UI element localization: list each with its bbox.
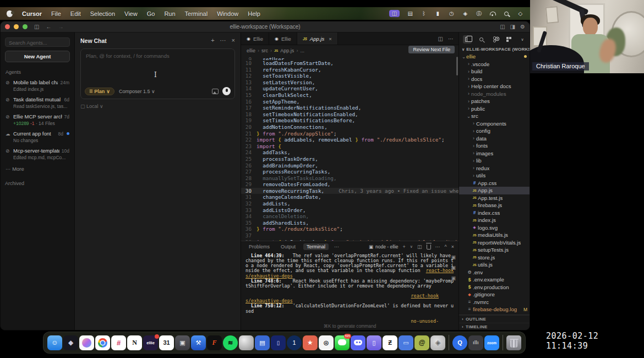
archived-section-label[interactable]: Archived xyxy=(5,181,70,186)
folder-help-center-docs[interactable]: ›Help center docs xyxy=(459,83,530,90)
editor-tab-ellie[interactable]: ◉Ellie xyxy=(269,32,297,45)
terminal-dropdown-icon[interactable]: ∨ xyxy=(410,245,413,249)
menu-item-window[interactable]: Window xyxy=(217,10,238,17)
workspace-header[interactable]: ∨ELLIE-WORKSPACE (WORKSPACE) xyxy=(459,45,530,53)
menu-item-go[interactable]: Go xyxy=(147,10,155,17)
file-app-test-js[interactable]: JSApp.test.js xyxy=(459,194,530,202)
back-icon[interactable]: ← xyxy=(46,24,51,30)
dock-icon-meter[interactable]: ıllı xyxy=(468,335,483,350)
chat-input[interactable]: Plan, @ for context, / for commands I ☰P… xyxy=(80,48,235,99)
dock-icon-cube[interactable]: ▣ xyxy=(175,335,190,350)
folder-docs[interactable]: ›docs xyxy=(459,75,530,83)
microphone-icon[interactable] xyxy=(222,87,231,95)
editor-tab-ellie[interactable]: ◉Ellie xyxy=(241,32,269,45)
dock-icon-swirl[interactable]: @ xyxy=(414,335,429,350)
folder-components[interactable]: ›Components xyxy=(459,120,530,128)
breadcrumb-segment[interactable]: App.js xyxy=(280,48,294,53)
bluetooth-icon[interactable]: ᛒ xyxy=(421,10,427,17)
agent-list-item[interactable]: ⊘Mobile tab label cha...24mEdited index.… xyxy=(5,77,70,94)
file-mediautils-js[interactable]: JSmediaUtils.js xyxy=(459,231,530,239)
menu-item-view[interactable]: View xyxy=(124,10,138,17)
breadcrumb-segment[interactable]: ellie xyxy=(247,48,255,53)
window-manager-icon[interactable]: ▤ xyxy=(407,10,413,17)
editor-scrollbar[interactable] xyxy=(456,57,458,75)
maximize-panel-icon[interactable]: ^ xyxy=(445,244,447,249)
extensions-icon[interactable] xyxy=(504,35,513,44)
mode-selector[interactable]: ☰Plan∨ xyxy=(85,88,114,95)
dock-icon-spotify[interactable]: ≋ xyxy=(223,335,238,350)
terminal-tab-output[interactable]: Output xyxy=(277,243,299,250)
split-terminal-icon[interactable]: ◫ xyxy=(417,244,422,249)
folder-redux[interactable]: ›redux xyxy=(459,165,530,172)
new-terminal-icon[interactable]: + xyxy=(403,244,406,249)
timeline-section[interactable]: ›TIMELINE xyxy=(459,323,530,330)
menu-item-edit[interactable]: Edit xyxy=(70,10,81,17)
dock-icon-messages[interactable]: 595 xyxy=(335,335,350,350)
dock-icon-arc[interactable] xyxy=(79,335,94,350)
breadcrumb-segment[interactable]: src xyxy=(261,48,268,53)
dock-icon-reader[interactable]: ▤ xyxy=(255,335,270,350)
dock-icon-notes[interactable]: ▯ xyxy=(271,335,286,350)
agent-list-item[interactable]: ⊘Task date/list mutual e...6dRead taskSe… xyxy=(5,94,70,111)
file-app-css[interactable]: #App.css xyxy=(459,180,530,187)
terminal-more-icon[interactable]: ⋯ xyxy=(334,244,339,249)
menu-item-help[interactable]: Help xyxy=(248,10,260,17)
file--env-example[interactable]: $.env.example xyxy=(459,276,530,284)
code-editor[interactable]: 9 setUser,10 loadDatesFromStartDate,11 r… xyxy=(241,56,459,241)
close-window-button[interactable] xyxy=(5,24,10,29)
model-selector[interactable]: Composer 1.5 ∨ xyxy=(119,89,155,94)
file-reportwebvitals-js[interactable]: JSreportWebVitals.js xyxy=(459,239,530,247)
file-utils-js[interactable]: JSutils.js xyxy=(459,261,530,269)
breadcrumb-segment[interactable]: ... xyxy=(300,48,304,53)
menu-item-selection[interactable]: Selection xyxy=(90,10,115,17)
toggle-panel-icon[interactable]: ◫ xyxy=(500,24,505,30)
source-control-icon[interactable] xyxy=(490,35,499,44)
close-tab-icon[interactable]: × xyxy=(329,36,332,42)
dock-icon-raycast[interactable]: ◆ xyxy=(63,335,78,350)
terminal-tab-terminal[interactable]: Terminal xyxy=(303,243,329,250)
dock-icon-capcut[interactable]: Ƶ xyxy=(383,335,397,350)
apple-menu-icon[interactable] xyxy=(7,10,13,17)
explorer-files-icon[interactable] xyxy=(463,35,472,44)
vpn-icon[interactable]: ◇ xyxy=(517,10,523,17)
file--env[interactable]: ⚙.env xyxy=(459,269,530,276)
folder-build[interactable]: ›build xyxy=(459,68,530,75)
dropbox-icon[interactable]: ◈ xyxy=(462,10,468,17)
kill-terminal-icon[interactable] xyxy=(427,245,431,249)
dock-icon-hammer[interactable]: ⚒ xyxy=(191,335,206,350)
new-chat-icon[interactable]: + xyxy=(211,37,214,44)
dock-icon-chatgpt[interactable]: ⊛ xyxy=(319,335,334,350)
editor-more-icon[interactable]: ⋯ xyxy=(448,36,454,42)
dock-icon-figma[interactable]: F xyxy=(207,335,222,350)
dock-icon-trash[interactable] xyxy=(506,335,521,350)
file-store-js[interactable]: JSstore.js xyxy=(459,254,530,262)
explorer-chevron-icon[interactable]: ∨ xyxy=(518,35,527,44)
agent-list-item[interactable]: ☁Current app font8dNo changes xyxy=(5,128,70,145)
folder--vscode[interactable]: ›.vscode xyxy=(459,61,530,68)
dock-icon-freeform[interactable]: ▭ xyxy=(399,335,413,350)
search-agents-input[interactable]: Search Agents... xyxy=(5,37,70,47)
folder-public[interactable]: ›public xyxy=(459,105,530,113)
file-logo-svg[interactable]: ◈logo.svg xyxy=(459,224,530,232)
dock-icon-ellie[interactable]: ellie xyxy=(143,335,158,350)
editor-tab-app.js[interactable]: JSApp.js× xyxy=(297,32,338,45)
attach-image-icon[interactable] xyxy=(212,89,219,94)
menu-item-terminal[interactable]: Terminal xyxy=(185,10,208,17)
folder-fonts[interactable]: ›fonts xyxy=(459,142,530,150)
agents-more-button[interactable]: ⋯ More xyxy=(6,166,70,172)
folder-lib[interactable]: ›lib xyxy=(459,157,530,165)
dock-icon-chrome[interactable] xyxy=(95,335,110,350)
close-chat-icon[interactable]: × xyxy=(232,37,235,44)
toggle-sidebar-icon[interactable]: ◫ xyxy=(34,24,39,30)
file--env-production[interactable]: $.env.production xyxy=(459,284,530,291)
dock-icon-finder[interactable]: ☺ xyxy=(47,335,62,350)
minimize-window-button[interactable] xyxy=(14,24,19,29)
spotlight-search-icon[interactable] xyxy=(503,12,510,16)
agent-list-item[interactable]: ⊘Ellie MCP server archit...7d+10289 -1 ·… xyxy=(5,111,70,128)
terminal-overflow-icon[interactable]: ⋯ xyxy=(435,244,440,249)
menu-item-file[interactable]: File xyxy=(51,10,61,17)
dock-icon-starburst[interactable]: ★ xyxy=(303,335,318,350)
file--gitignore[interactable]: ◆.gitignore xyxy=(459,291,530,299)
file-setuptests-js[interactable]: JSsetupTests.js xyxy=(459,246,530,254)
dock-icon-slack[interactable]: # xyxy=(111,335,126,350)
